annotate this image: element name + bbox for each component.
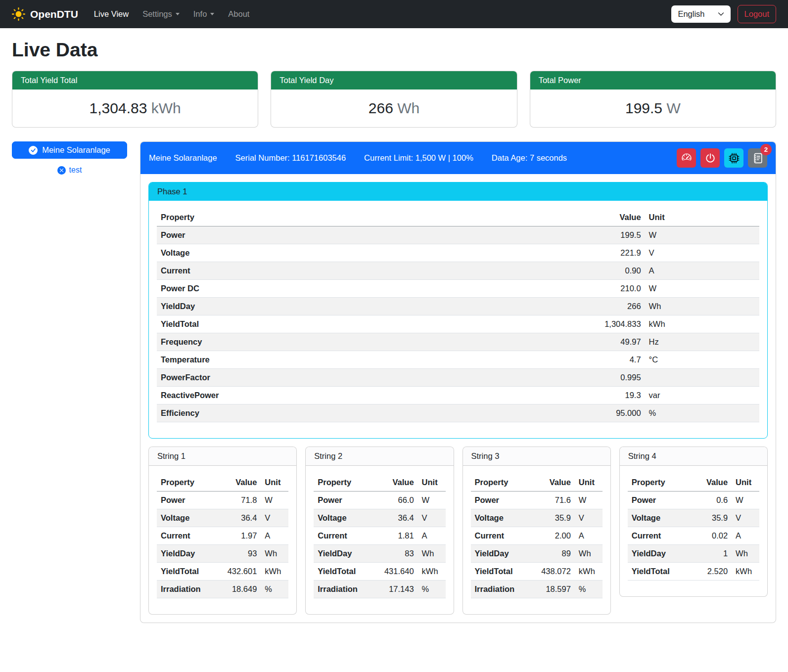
value-cell: 49.97 [555, 333, 645, 351]
unit-cell: % [645, 404, 759, 422]
phase-card-body: Property Value Unit Power199.5WVoltage22… [149, 201, 767, 438]
value-cell: 1 [692, 545, 732, 563]
inverter-panel: Meine Solaranlage Serial Number: 1161716… [140, 141, 776, 623]
sidebar-item-test[interactable]: test [12, 166, 127, 175]
unit-cell: A [645, 262, 759, 280]
property-cell: Power [471, 492, 535, 509]
table-row: Current1.81A [314, 527, 445, 545]
value-cell: 0.6 [692, 492, 732, 509]
limit-settings-button[interactable] [677, 148, 696, 168]
unit-cell: A [575, 527, 603, 545]
table-row: Voltage36.4V [157, 509, 288, 527]
string-card-title: String 1 [149, 447, 296, 466]
value-cell: 0.995 [555, 369, 645, 387]
unit: W [666, 100, 680, 116]
table-row: YieldDay1Wh [628, 545, 759, 563]
value-cell: 18.649 [221, 581, 261, 598]
property-cell: Power [157, 492, 221, 509]
value-cell: 432.601 [221, 563, 261, 581]
card-value: 1,304.83 kWh [12, 90, 258, 127]
event-log-button[interactable]: 2 [748, 148, 767, 168]
property-cell: Voltage [628, 509, 692, 527]
table-row: YieldDay93Wh [157, 545, 288, 563]
table-header-row: Property Value Unit [628, 474, 759, 492]
table-row: Temperature4.7°C [157, 351, 759, 369]
device-info-button[interactable] [724, 148, 743, 168]
column-header-property: Property [471, 474, 535, 492]
value-cell: 89 [535, 545, 575, 563]
value-cell: 2.520 [692, 563, 732, 581]
inverter-select-button[interactable]: Meine Solaranlage [12, 141, 127, 159]
table-row: PowerFactor0.995 [157, 369, 759, 387]
property-cell: Power [157, 226, 555, 244]
page-content: Live Data Total Yield Total 1,304.83 kWh… [0, 28, 788, 635]
table-row: Irradiation17.143% [314, 581, 445, 598]
property-cell: Current [314, 527, 378, 545]
table-header-row: Property Value Unit [157, 209, 759, 226]
property-cell: YieldTotal [314, 563, 378, 581]
string-3-table: Property Value Unit Power71.6WVoltage35.… [471, 474, 603, 598]
string-1-table: Property Value Unit Power71.8WVoltage36.… [157, 474, 288, 598]
summary-cards-row: Total Yield Total 1,304.83 kWh Total Yie… [12, 71, 776, 128]
journal-text-icon [752, 153, 763, 164]
power-button[interactable] [700, 148, 720, 168]
column-header-unit: Unit [575, 474, 603, 492]
nav-item-live-view[interactable]: Live View [88, 5, 135, 23]
phase-card-title: Phase 1 [149, 182, 767, 201]
property-cell: Voltage [157, 244, 555, 262]
sun-icon [12, 7, 25, 21]
x-circle-icon [57, 166, 66, 175]
property-cell: Power DC [157, 280, 555, 298]
column-header-value: Value [692, 474, 732, 492]
card-title: Total Yield Day [271, 71, 516, 90]
nav-item-info[interactable]: Info [187, 5, 221, 23]
property-cell: YieldTotal [628, 563, 692, 581]
column-header-unit: Unit [645, 209, 759, 226]
column-header-value: Value [535, 474, 575, 492]
nav-item-settings[interactable]: Settings [137, 5, 185, 23]
table-row: Power71.8W [157, 492, 288, 509]
string-1-card: String 1 Property Value Unit [148, 447, 297, 615]
value-cell: 71.8 [221, 492, 261, 509]
speedometer-icon [681, 153, 692, 164]
table-row: YieldTotal438.072kWh [471, 563, 603, 581]
property-cell: YieldTotal [157, 563, 221, 581]
property-cell: Temperature [157, 351, 555, 369]
table-header-row: Property Value Unit [314, 474, 445, 492]
table-row: Irradiation18.649% [157, 581, 288, 598]
unit-cell: var [645, 387, 759, 404]
value: 199.5 [625, 100, 662, 116]
column-header-property: Property [628, 474, 692, 492]
column-header-property: Property [314, 474, 378, 492]
value-cell: 221.9 [555, 244, 645, 262]
power-icon [705, 153, 716, 164]
value-cell: 431.640 [378, 563, 418, 581]
serial-number: Serial Number: 116171603546 [235, 153, 346, 163]
unit: Wh [397, 100, 419, 116]
unit-cell: W [418, 492, 446, 509]
language-select[interactable]: English [671, 5, 730, 23]
test-link-label: test [69, 166, 82, 175]
column-header-property: Property [157, 209, 555, 226]
brand[interactable]: OpenDTU [12, 7, 78, 21]
logout-button[interactable]: Logout [738, 5, 776, 23]
inverter-button-label: Meine Solaranlage [42, 145, 110, 155]
value-cell: 17.143 [378, 581, 418, 598]
value-cell: 210.0 [555, 280, 645, 298]
nav-item-about[interactable]: About [222, 5, 255, 23]
caret-down-icon [210, 13, 214, 15]
column-header-unit: Unit [732, 474, 759, 492]
unit-cell: W [575, 492, 603, 509]
table-row: YieldTotal432.601kWh [157, 563, 288, 581]
unit-cell: °C [645, 351, 759, 369]
value-cell: 36.4 [378, 509, 418, 527]
unit-cell: A [732, 527, 759, 545]
value-cell: 1.97 [221, 527, 261, 545]
unit-cell: Wh [261, 545, 288, 563]
brand-label: OpenDTU [30, 8, 78, 20]
unit-cell: kWh [261, 563, 288, 581]
unit-cell: V [418, 509, 446, 527]
unit: kWh [151, 100, 181, 116]
total-power-card: Total Power 199.5 W [530, 71, 776, 128]
unit-cell: % [575, 581, 603, 598]
